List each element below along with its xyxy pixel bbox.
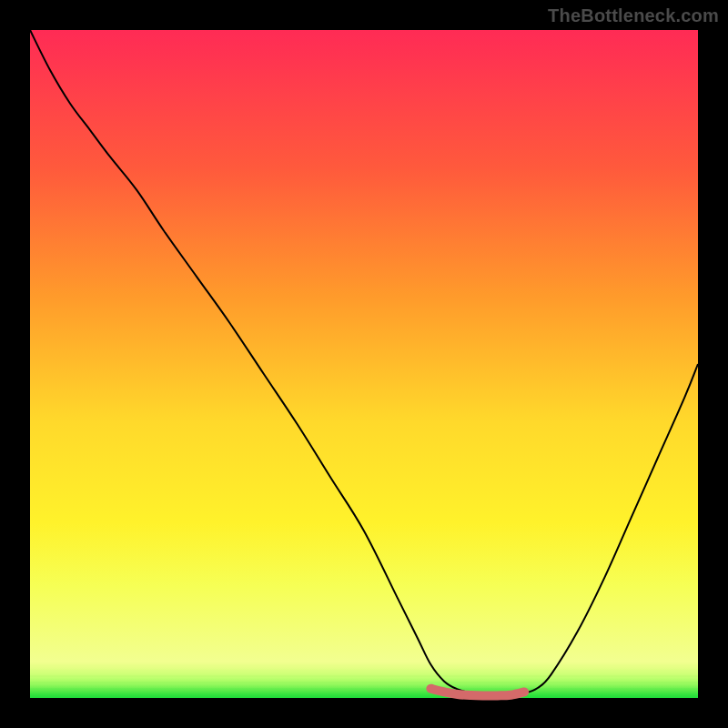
chart-stage: TheBottleneck.com	[0, 0, 728, 728]
svg-rect-1	[30, 662, 698, 698]
watermark-text: TheBottleneck.com	[548, 5, 719, 26]
plot-area	[30, 30, 698, 698]
chart-svg	[0, 0, 728, 728]
svg-rect-0	[30, 30, 698, 662]
